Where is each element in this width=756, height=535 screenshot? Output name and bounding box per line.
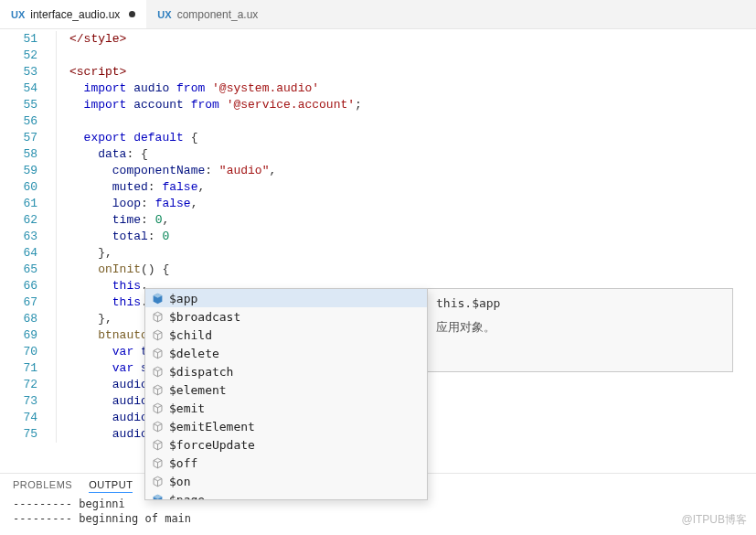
suggest-item[interactable]: $delete	[145, 344, 427, 362]
method-icon	[151, 383, 164, 396]
code-line[interactable]: loop: false,	[50, 196, 756, 212]
suggest-item-label: $emit	[169, 401, 205, 415]
line-number: 75	[0, 426, 37, 443]
suggest-item-label: $forceUpdate	[169, 438, 255, 452]
watermark-text: @ITPUB博客	[681, 512, 747, 528]
intellisense-docs: this.$app 应用对象。	[427, 288, 733, 372]
method-icon	[151, 456, 164, 469]
doc-description: 应用对象。	[436, 319, 723, 336]
line-number: 65	[0, 262, 37, 278]
tab-problems[interactable]: PROBLEMS	[13, 479, 72, 493]
code-line[interactable]: data: {	[50, 146, 756, 163]
code-line[interactable]: onInit() {	[50, 262, 756, 278]
code-line[interactable]: muted: false,	[50, 179, 756, 196]
tab-label: component_a.ux	[177, 8, 259, 21]
suggest-item-label: $page	[169, 493, 205, 501]
suggest-item[interactable]: $child	[145, 326, 427, 344]
line-number: 68	[0, 311, 37, 327]
suggest-item-label: $on	[169, 475, 190, 488]
suggest-item[interactable]: $app	[145, 289, 427, 307]
code-line[interactable]: <script>	[50, 64, 756, 80]
line-number: 73	[0, 393, 37, 410]
line-number: 55	[0, 97, 37, 113]
suggest-item-label: $off	[169, 456, 197, 470]
line-number: 67	[0, 294, 37, 311]
module-icon	[151, 292, 164, 305]
suggest-item[interactable]: $page	[145, 490, 427, 500]
method-icon	[151, 328, 164, 341]
method-icon	[151, 347, 164, 359]
output-line: --------- beginning of main	[13, 511, 743, 526]
line-number: 74	[0, 410, 37, 426]
suggest-item[interactable]: $dispatch	[145, 362, 427, 380]
suggest-item-label: $emitElement	[169, 420, 255, 433]
line-number: 64	[0, 245, 37, 262]
suggest-item[interactable]: $element	[145, 380, 427, 399]
module-icon	[151, 493, 164, 500]
suggest-item[interactable]: $broadcast	[145, 307, 427, 326]
line-number: 59	[0, 163, 37, 179]
line-number: 69	[0, 327, 37, 344]
line-number: 62	[0, 212, 37, 229]
suggest-item-label: $element	[169, 383, 227, 397]
suggest-item[interactable]: $emitElement	[145, 417, 427, 435]
line-number: 66	[0, 278, 37, 294]
doc-signature: this.$app	[436, 296, 723, 310]
code-line[interactable]: componentName: "audio",	[50, 163, 756, 179]
tab-label: interface_audio.ux	[30, 8, 120, 21]
suggest-item-label: $delete	[169, 347, 219, 360]
method-icon	[151, 365, 164, 378]
suggest-item-label: $broadcast	[169, 310, 240, 324]
file-type-badge: UX	[157, 9, 171, 20]
line-number: 56	[0, 113, 37, 130]
suggest-item[interactable]: $forceUpdate	[145, 435, 427, 454]
code-line[interactable]: export default {	[50, 130, 756, 146]
editor-tabbar: UX interface_audio.ux UX component_a.ux	[0, 0, 756, 29]
code-line[interactable]: time: 0,	[50, 212, 756, 229]
line-number: 57	[0, 130, 37, 146]
suggest-item[interactable]: $emit	[145, 399, 427, 417]
tab-component-a[interactable]: UX component_a.ux	[146, 0, 269, 28]
tab-interface-audio[interactable]: UX interface_audio.ux	[0, 0, 146, 28]
line-number: 70	[0, 344, 37, 360]
line-number: 58	[0, 146, 37, 163]
line-number: 51	[0, 31, 37, 48]
suggest-item-label: $dispatch	[169, 365, 233, 379]
method-icon	[151, 420, 164, 433]
method-icon	[151, 438, 164, 451]
suggest-item[interactable]: $on	[145, 472, 427, 490]
suggest-item-label: $app	[169, 292, 197, 305]
method-icon	[151, 401, 164, 414]
code-line[interactable]: total: 0	[50, 229, 756, 245]
line-number: 52	[0, 48, 37, 64]
code-line[interactable]	[50, 113, 756, 130]
file-type-badge: UX	[11, 9, 25, 20]
output-body[interactable]: --------- beginni --------- beginning of…	[0, 497, 756, 526]
code-line[interactable]: import account from '@service.account';	[50, 97, 756, 113]
code-line[interactable]: </style>	[50, 31, 756, 48]
intellisense-suggest[interactable]: $app$broadcast$child$delete$dispatch$ele…	[144, 288, 428, 500]
method-icon	[151, 475, 164, 487]
line-number: 63	[0, 229, 37, 245]
line-number: 60	[0, 179, 37, 196]
line-number: 71	[0, 360, 37, 377]
line-number: 53	[0, 64, 37, 80]
line-number: 54	[0, 80, 37, 97]
method-icon	[151, 310, 164, 323]
code-line[interactable]: import audio from '@system.audio'	[50, 80, 756, 97]
code-line[interactable]: },	[50, 245, 756, 262]
line-number-gutter: 5152535455565758596061626364656667686970…	[0, 29, 50, 503]
code-line[interactable]	[50, 48, 756, 64]
suggest-item[interactable]: $off	[145, 454, 427, 472]
tab-output[interactable]: OUTPUT	[89, 479, 133, 493]
dirty-indicator-icon	[129, 11, 135, 17]
suggest-item-label: $child	[169, 328, 212, 342]
code-editor[interactable]: 5152535455565758596061626364656667686970…	[0, 29, 756, 503]
line-number: 61	[0, 196, 37, 212]
line-number: 72	[0, 377, 37, 393]
